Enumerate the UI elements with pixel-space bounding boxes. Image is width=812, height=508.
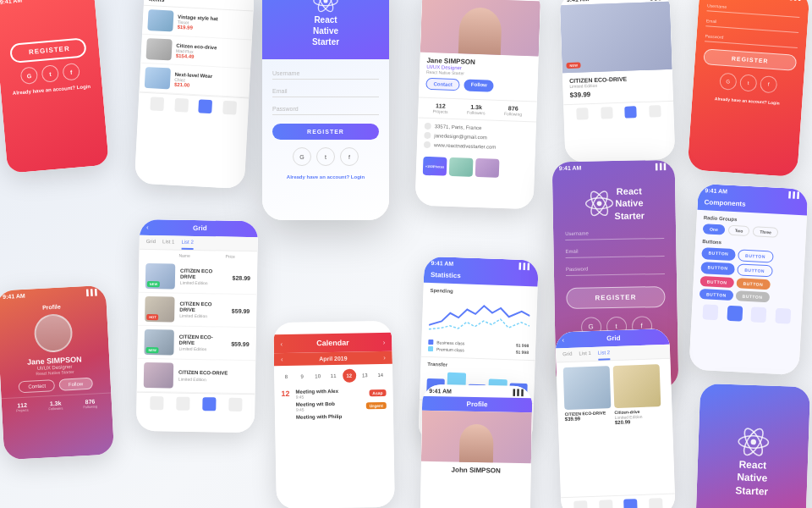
grid-tab-grid[interactable]: Grid <box>146 235 156 249</box>
follow-btn-center[interactable]: Follow <box>464 79 494 91</box>
stat-projects: 112 Projects <box>433 102 449 114</box>
comp-nav-1[interactable] <box>703 304 719 320</box>
comp-btn-blue-2[interactable]: BUTTON <box>700 262 734 275</box>
comp-btn-orange[interactable]: BUTTON <box>736 278 770 290</box>
grid-br-nav-1[interactable] <box>573 500 588 508</box>
twitter-btn-white[interactable]: t <box>316 147 335 166</box>
main-scene: 9:41 AM ▌▌▌ REGISTER G t f Already have … <box>0 0 812 508</box>
rns-text: React Native Starter <box>735 458 769 499</box>
rp2-register-btn[interactable]: REGISTER <box>566 286 665 309</box>
grid-br-nav-4[interactable] <box>649 498 663 508</box>
contact-btn-center[interactable]: Contact <box>425 78 460 91</box>
shop-nav-icon-3[interactable] <box>199 99 213 113</box>
cal-next[interactable]: › <box>383 338 386 345</box>
cal-date-8[interactable]: 8 <box>279 370 293 384</box>
grid-br-back[interactable]: ‹ <box>562 336 564 344</box>
grid-br-nav <box>561 494 676 508</box>
cal-date-11[interactable]: 11 <box>326 369 340 383</box>
password-input-white[interactable] <box>272 103 379 115</box>
email-input-white[interactable] <box>272 86 379 97</box>
rp2-email-label: Email <box>565 247 664 254</box>
cal-date-14[interactable]: 14 <box>374 368 387 382</box>
comp-btn-gray[interactable]: BUTTON <box>735 290 769 302</box>
grid-item-4[interactable]: CITIZEN ECO-DRIVE Limited Edition <box>137 359 256 394</box>
cal-date-9[interactable]: 9 <box>295 370 309 384</box>
grid-br-item-1[interactable]: CITIZEN ECO-DRIVE $39.99 <box>563 366 612 427</box>
grid-item-img-4 <box>144 362 174 389</box>
grid-br-item-2[interactable]: Citizen-drive Limited Edition $20.99 <box>613 364 661 425</box>
already-text-red: Already have an account? Login <box>13 84 91 96</box>
grid-nav-1[interactable] <box>150 396 163 410</box>
grid-br-tab-list2[interactable]: List 2 <box>598 346 611 360</box>
comp-btn-blue-3[interactable]: BUTTON <box>700 289 733 301</box>
grid-nav-3[interactable] <box>202 397 216 411</box>
username-input-white[interactable] <box>272 68 379 80</box>
facebook-btn-white[interactable]: f <box>340 147 359 166</box>
radio-two[interactable]: Two <box>727 225 749 236</box>
grid-tab-list2[interactable]: List 2 <box>181 236 194 250</box>
rp2-username-field: Username <box>565 229 664 240</box>
rp-register-btn[interactable]: REGISTER <box>703 48 797 71</box>
shop-nav-icon-2[interactable] <box>174 98 189 113</box>
comp-nav-2[interactable] <box>727 306 743 322</box>
shop-nav-icon-4[interactable] <box>222 101 237 115</box>
eco-nav-1[interactable] <box>577 108 589 119</box>
comp-btn-blue-1[interactable]: BUTTON <box>701 247 735 261</box>
grid-nav-2[interactable] <box>176 397 189 411</box>
profile-bc-name: John SIMPSON <box>428 466 524 475</box>
comp-nav-4[interactable] <box>775 308 791 324</box>
facebook-btn-red[interactable]: f <box>62 63 80 81</box>
eco-nav-3[interactable] <box>625 106 637 118</box>
cal-event-3[interactable]: Meeting with Philip <box>296 413 387 420</box>
google-btn-white[interactable]: G <box>293 147 311 166</box>
shop-nav-icon-1[interactable] <box>151 97 165 111</box>
eco-nav-2[interactable] <box>601 107 612 119</box>
grid-item-1[interactable]: NEW CITIZEN ECO DRIVE Limited Edition $2… <box>139 260 258 295</box>
cal-event-2[interactable]: Meeting wit Bob 9:45 Urgent <box>296 400 387 412</box>
bl-follow-btn[interactable]: Follow <box>59 378 93 391</box>
cal-event-1[interactable]: Meeting with Alex 9:45 Asap <box>295 388 386 400</box>
cal-prev[interactable]: ‹ <box>280 340 283 348</box>
shop-info-3: Next-level Wear Chiez $21.00 <box>174 71 245 90</box>
comp-radio-group: One Two Three <box>703 224 799 239</box>
eco-img: NEW <box>560 2 672 73</box>
bl-contact-btn[interactable]: Contact <box>19 379 55 393</box>
radio-one[interactable]: One <box>703 224 725 235</box>
cal-dates: 8 9 10 11 12 13 14 <box>274 364 392 386</box>
radio-three[interactable]: Three <box>753 226 778 238</box>
rp-facebook-btn[interactable]: f <box>760 75 777 93</box>
cal-events-list: Meeting with Alex 9:45 Asap Meeting wit … <box>295 388 387 422</box>
comp-nav-3[interactable] <box>751 306 767 323</box>
cal-date-13[interactable]: 13 <box>358 368 371 382</box>
rp-twitter-btn[interactable]: t <box>739 74 757 91</box>
cal-date-12[interactable]: 12 <box>343 369 356 383</box>
cal-month-prev[interactable]: ‹ <box>281 356 283 363</box>
comp-buttons: BUTTON BUTTON BUTTON BUTTON BUTTON BUTTO… <box>700 247 798 304</box>
grid-br-nav-3[interactable] <box>624 499 639 508</box>
grid-bottom-nav <box>136 392 255 415</box>
comp-btn-outline-1[interactable]: BUTTON <box>738 249 773 262</box>
register-btn-white[interactable]: REGISTER <box>272 124 379 140</box>
rp-google-btn[interactable]: G <box>719 73 737 91</box>
twitter-btn-red[interactable]: t <box>41 64 59 83</box>
phone-profile-bc: 9:41 AM ▌▌▌ Profile John SIMPSON <box>420 384 533 508</box>
grid-back-icon[interactable]: ‹ <box>146 224 149 231</box>
comp-btn-pink[interactable]: BUTTON <box>700 276 734 288</box>
bl-stat-3: 876 Following <box>83 398 98 409</box>
register-red-button[interactable]: REGISTER <box>9 37 87 64</box>
comp-btn-outline-2[interactable]: BUTTON <box>737 263 772 277</box>
svg-point-3 <box>323 0 327 3</box>
grid-br-nav-2[interactable] <box>599 500 613 508</box>
grid-nav-4[interactable] <box>228 398 242 411</box>
chart-transfer-label: Transfer <box>427 362 528 370</box>
grid-br-tab-list1[interactable]: List 1 <box>579 347 591 361</box>
grid-item-2[interactable]: HOT CITIZEN ECO DRIVE Limited Edition $5… <box>138 293 257 328</box>
google-btn-red[interactable]: G <box>20 66 39 85</box>
eco-nav-4[interactable] <box>649 105 661 117</box>
rp2-password-field: Password <box>566 265 665 276</box>
cal-month-next[interactable]: › <box>383 354 386 362</box>
grid-item-3[interactable]: NEW CITIZEN ECO-DRIVE Limited Edition $5… <box>137 326 256 361</box>
grid-br-tab-grid[interactable]: Grid <box>562 348 573 362</box>
cal-date-10[interactable]: 10 <box>310 369 324 383</box>
grid-tab-list1[interactable]: List 1 <box>162 235 175 249</box>
